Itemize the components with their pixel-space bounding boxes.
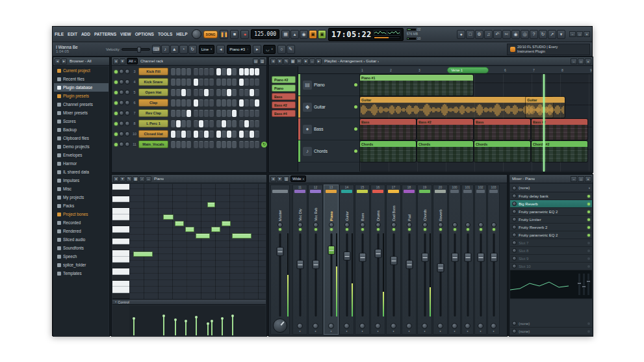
step-cell[interactable] [239, 79, 244, 86]
black-key[interactable] [112, 233, 129, 239]
strip-pan-knob[interactable] [391, 222, 396, 227]
step-cell[interactable] [222, 99, 226, 107]
fader-handle[interactable] [464, 253, 471, 262]
track-mute-led[interactable] [354, 149, 357, 153]
step-cell[interactable] [204, 79, 209, 86]
fx-send-knob[interactable] [465, 323, 470, 329]
playlist-lanes[interactable]: Piano #1GuitarGuitarBassBass #2BassBass … [360, 74, 592, 172]
step-cell[interactable] [209, 131, 214, 138]
browser-item[interactable]: Current project [54, 66, 109, 75]
step-cell[interactable] [216, 79, 221, 86]
browser-item[interactable]: IL shared data [54, 168, 109, 176]
minimize-button[interactable]: – [571, 176, 577, 182]
step-cell[interactable] [250, 89, 254, 96]
white-key[interactable] [112, 208, 129, 214]
slot-knob[interactable] [512, 233, 517, 237]
note[interactable] [211, 227, 220, 232]
step-cell[interactable] [239, 141, 244, 148]
note[interactable] [133, 252, 153, 257]
mx-menu-icon[interactable]: ≡ [270, 176, 276, 182]
step-cell[interactable] [222, 141, 226, 148]
browser-item[interactable]: Plugin presets [54, 92, 109, 100]
step-cell[interactable] [181, 68, 186, 75]
channel-pan-knob[interactable] [119, 90, 124, 95]
step-cell[interactable] [216, 131, 221, 138]
strip-fader[interactable] [271, 231, 289, 318]
step-cell[interactable] [250, 131, 254, 138]
channel-volume-knob[interactable] [125, 79, 130, 84]
browser-item[interactable]: Backup [54, 125, 109, 134]
eq-slider-3[interactable] [587, 274, 589, 295]
eq-slider-2[interactable] [583, 274, 585, 295]
pl-options-icon[interactable]: ▾ [277, 58, 283, 64]
white-key[interactable] [112, 268, 129, 274]
white-key[interactable] [112, 281, 129, 287]
strip-pan-knob[interactable] [329, 222, 334, 227]
mixer-strip[interactable]: 102▾ [474, 185, 487, 335]
loop-record-icon[interactable]: ↻ [188, 45, 197, 54]
fx-slot[interactable]: Slot 10 [510, 263, 592, 270]
channel-button[interactable]: Rev Clap [138, 109, 168, 117]
step-cell[interactable] [222, 131, 226, 138]
step-cell[interactable] [250, 120, 254, 127]
browser-item[interactable]: Recent files [54, 75, 109, 83]
browser-item[interactable]: My projects [54, 193, 109, 201]
white-key[interactable] [112, 287, 129, 292]
rack-menu-icon[interactable]: ≡ [113, 58, 119, 64]
step-cell[interactable] [232, 141, 237, 148]
help-icon[interactable]: ? [530, 30, 538, 39]
step-cell[interactable] [255, 141, 259, 148]
strip-pan-knob[interactable] [407, 222, 412, 227]
step-cell[interactable] [176, 131, 181, 138]
strip-pan-knob[interactable] [452, 222, 457, 227]
strip-fader[interactable] [402, 231, 416, 318]
strip-fader[interactable] [488, 231, 499, 318]
slot-knob[interactable] [512, 240, 517, 245]
strip-fader[interactable] [475, 231, 486, 318]
step-cell[interactable] [232, 99, 237, 107]
step-cell[interactable] [171, 99, 175, 107]
undo-icon[interactable]: ↶ [493, 30, 502, 39]
fader-handle[interactable] [421, 253, 428, 262]
mixer-strip[interactable]: 100▾ [448, 185, 461, 335]
step-cell[interactable] [181, 131, 186, 138]
step-cell[interactable] [171, 141, 175, 148]
stop-button[interactable]: ■ [230, 30, 238, 39]
rack-graph-icon[interactable]: ▥ [259, 58, 265, 64]
strip-mute-led[interactable] [408, 228, 411, 231]
strip-mute-led[interactable] [393, 228, 395, 231]
mixer-strip[interactable]: 11Voc Dly▾ [292, 185, 307, 335]
step-cell[interactable] [216, 120, 221, 127]
note[interactable] [232, 233, 251, 239]
slot-enable-led[interactable] [587, 330, 590, 333]
step-cell[interactable] [209, 89, 214, 96]
paint-icon[interactable]: ▦ [290, 58, 296, 64]
step-cell[interactable] [194, 99, 198, 107]
black-key[interactable] [112, 190, 129, 196]
picker-clip[interactable]: Piano [272, 84, 296, 92]
fx-send-knob[interactable] [375, 323, 381, 329]
fader-handle[interactable] [406, 260, 413, 269]
note[interactable] [163, 214, 174, 220]
line-tool-select[interactable]: Line ▾ [199, 45, 215, 54]
velocity-stem[interactable] [133, 318, 135, 335]
more-icon[interactable]: ▾ [557, 30, 565, 39]
step-cell[interactable] [187, 131, 191, 138]
midi-icon[interactable]: ♫ [484, 30, 493, 39]
strip-fader[interactable] [387, 231, 400, 318]
fx-send-slot[interactable]: (none) [510, 320, 592, 328]
step-cell[interactable] [194, 141, 198, 148]
step-cell[interactable] [232, 89, 237, 96]
play-button[interactable]: ❚❚ [220, 30, 228, 39]
mixer-strip[interactable]: 103▾ [487, 185, 500, 335]
slot-enable-led[interactable] [587, 257, 590, 260]
fx-send-knob[interactable] [328, 323, 334, 329]
step-cell[interactable] [232, 131, 237, 138]
channel-pan-knob[interactable] [119, 79, 124, 84]
step-rec-icon[interactable]: ▦ [281, 30, 290, 39]
pattern-next-button[interactable]: ▸ [253, 45, 261, 54]
fader-handle[interactable] [451, 253, 458, 262]
rack-options-icon[interactable]: ▾ [120, 58, 125, 64]
strip-fader[interactable] [462, 231, 473, 318]
picker-clip[interactable]: Piano #2 [272, 76, 296, 83]
